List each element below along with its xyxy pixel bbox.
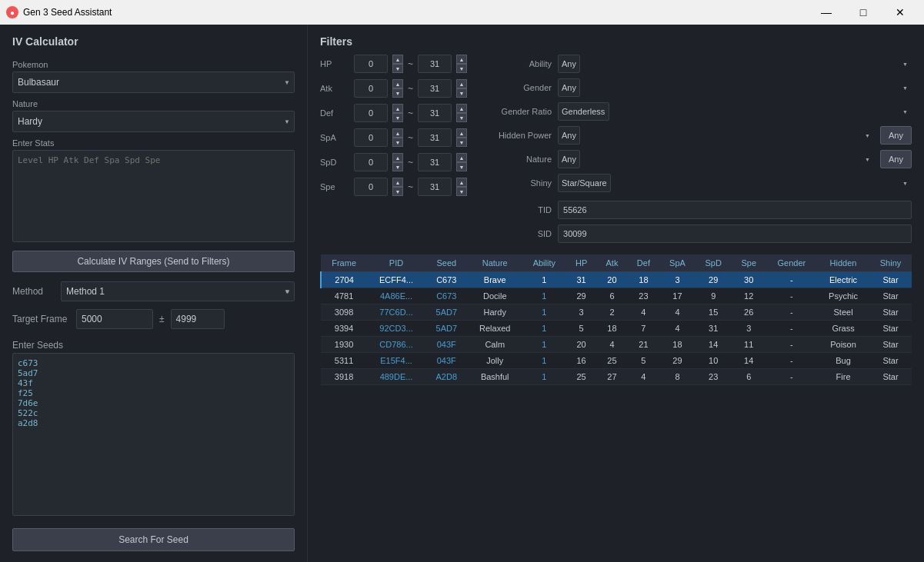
calculate-btn[interactable]: Calculate IV Ranges (Send to Filters) [12,251,295,272]
target-frame-input[interactable] [76,309,153,329]
atk-min-input[interactable] [354,79,388,98]
table-row[interactable]: 5311E15F4...043FJolly116255291014-BugSta… [321,353,912,369]
col-spe: Spe [732,254,766,272]
spd-max-input[interactable] [418,153,452,171]
shiny-filter-row: Shiny Star/Square [482,173,912,193]
table-cell: 1 [522,353,566,369]
def-min-down[interactable]: ▼ [392,113,403,122]
atk-min-down[interactable]: ▼ [392,88,403,98]
spd-max-up[interactable]: ▲ [456,153,467,162]
seeds-section: Enter Seeds c673 5ad7 43f f25 7d6e 522c … [12,335,295,516]
table-cell: Star [869,321,912,337]
table-cell: Brave [468,272,522,288]
table-cell: 4 [628,369,660,385]
method-select-wrapper: Method 1 ▼ [61,281,295,301]
table-row[interactable]: 2704ECFF4...C673Brave131201832930-Electr… [321,272,912,288]
col-nature: Nature [468,254,522,272]
gender-select[interactable]: Any [558,78,580,97]
enter-stats-field: Enter Stats [12,138,295,244]
spe-max-input[interactable] [418,178,452,196]
spe-min-up[interactable]: ▲ [392,178,403,187]
table-cell: 1 [522,288,566,304]
spa-max-up[interactable]: ▲ [456,128,467,138]
atk-max-up[interactable]: ▲ [456,79,467,88]
hidden-power-select[interactable]: Any [558,126,580,145]
ability-filter-label: Ability [482,59,552,68]
spa-min-up[interactable]: ▲ [392,128,403,138]
table-cell: Bashful [468,369,522,385]
pokemon-select[interactable]: Bulbasaur [12,71,295,93]
atk-max-input[interactable] [418,79,452,98]
table-cell: Calm [468,337,522,353]
spa-min-down[interactable]: ▼ [392,138,403,147]
atk-max-down[interactable]: ▼ [456,88,467,98]
table-cell: 5311 [321,353,367,369]
tid-input[interactable] [558,201,912,219]
minimize-button[interactable]: — [809,0,844,25]
spe-max-up[interactable]: ▲ [456,178,467,187]
table-cell: 1 [522,272,566,288]
spa-min-input[interactable] [354,128,388,147]
results-table-container: Frame PID Seed Nature Ability HP Atk Def… [320,254,912,551]
maximize-button[interactable]: □ [846,0,881,25]
close-button[interactable]: ✕ [882,0,918,25]
shiny-select[interactable]: Star/Square [558,174,611,192]
table-cell: 31 [696,321,732,337]
spd-label: SpD [320,158,349,167]
hp-max-up[interactable]: ▲ [456,55,467,64]
table-row[interactable]: 1930CD786...043FCalm120421181411-PoisonS… [321,337,912,353]
atk-min-up[interactable]: ▲ [392,79,403,88]
table-row[interactable]: 3918489DE...A2D8Bashful1252748236-FireSt… [321,369,912,385]
table-cell: 20 [596,272,627,288]
nature-any-button[interactable]: Any [880,150,912,168]
def-tilde: ~ [408,108,413,118]
spd-min-up[interactable]: ▲ [392,153,403,162]
def-max-input[interactable] [418,104,452,122]
hidden-power-any-button[interactable]: Any [880,126,912,145]
table-cell: 7 [628,321,660,337]
table-cell: - [766,272,817,288]
table-cell: 27 [596,369,627,385]
col-hp: HP [566,254,596,272]
seeds-textarea[interactable]: c673 5ad7 43f f25 7d6e 522c a2d8 [12,353,295,516]
nature-filter-select[interactable]: Any [558,150,580,168]
hp-min-up[interactable]: ▲ [392,55,403,64]
table-cell: 26 [732,304,766,321]
table-row[interactable]: 939492CD3...5AD7Relaxed151874313-GrassSt… [321,321,912,337]
spe-max-down[interactable]: ▼ [456,187,467,196]
table-row[interactable]: 47814A86E...C673Docile12962317912-Psychi… [321,288,912,304]
table-cell: - [766,369,817,385]
spd-max-down[interactable]: ▼ [456,162,467,171]
def-max-up[interactable]: ▲ [456,104,467,113]
stats-textarea[interactable] [12,150,295,242]
table-cell: E15F4... [367,353,425,369]
table-cell: 11 [732,337,766,353]
table-row[interactable]: 309877C6D...5AD7Hardy132441526-SteelStar [321,304,912,321]
def-max-down[interactable]: ▼ [456,113,467,122]
hp-max-down[interactable]: ▼ [456,64,467,73]
sid-input[interactable] [558,224,912,243]
hp-max-input[interactable] [418,55,452,73]
method-select[interactable]: Method 1 [61,281,295,301]
spe-min-input[interactable] [354,178,388,196]
hp-min-down[interactable]: ▼ [392,64,403,73]
atk-filter-row: Atk ▲ ▼ ~ ▲ ▼ [320,78,467,98]
spa-max-down[interactable]: ▼ [456,138,467,147]
gender-ratio-select[interactable]: Genderless [558,102,609,121]
table-cell: 18 [659,337,695,353]
search-for-seed-button[interactable]: Search For Seed [12,528,295,551]
table-cell: C673 [425,272,468,288]
spd-max-spinners: ▲ ▼ [456,153,467,171]
nature-select[interactable]: Hardy [12,111,295,132]
def-min-input[interactable] [354,104,388,122]
ability-select[interactable]: Any [558,55,580,73]
method-row: Method Method 1 ▼ [12,281,295,301]
hp-min-input[interactable] [354,55,388,73]
target-frame-range-input[interactable] [171,309,225,329]
spe-min-down[interactable]: ▼ [392,187,403,196]
spa-max-input[interactable] [418,128,452,147]
spd-min-input[interactable] [354,153,388,171]
spe-filter-row: Spe ▲ ▼ ~ ▲ ▼ [320,177,467,197]
spd-min-down[interactable]: ▼ [392,162,403,171]
def-min-up[interactable]: ▲ [392,104,403,113]
